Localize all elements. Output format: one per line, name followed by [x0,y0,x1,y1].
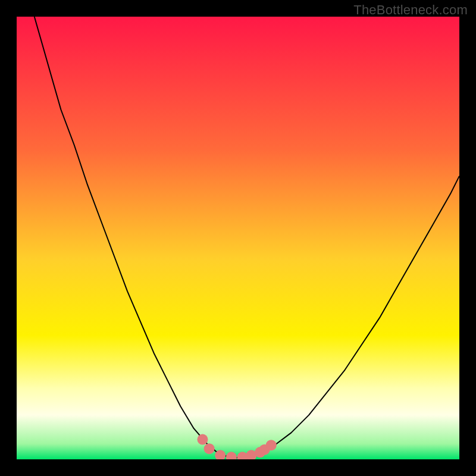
plot-area [17,17,459,459]
watermark-text: TheBottleneck.com [353,2,468,18]
bottleneck-chart-canvas [17,17,459,459]
figure-outer: TheBottleneck.com [0,0,476,476]
